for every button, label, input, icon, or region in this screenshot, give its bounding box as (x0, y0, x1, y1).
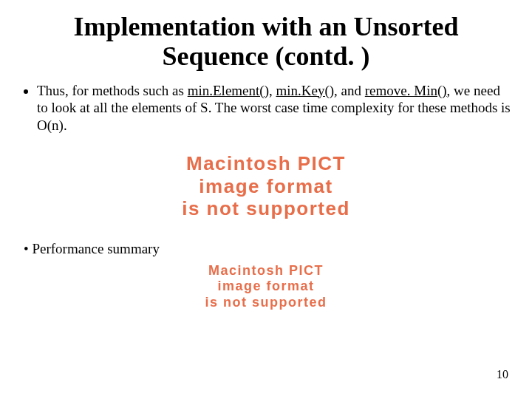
slide-title: Implementation with an Unsorted Sequence… (18, 12, 514, 72)
bullet-marker: • (24, 241, 32, 256)
bullet-list: Thus, for methods such as min.Element(),… (22, 82, 514, 134)
performance-summary-label: Performance summary (32, 241, 160, 256)
pict-placeholder-small: Macintosh PICT image format is not suppo… (18, 263, 514, 311)
bullet-text-pre: Thus, for methods such as (37, 83, 188, 98)
page-number: 10 (497, 368, 508, 381)
method-link-minelement: min.Element() (188, 83, 269, 98)
bullet-item-2: • Performance summary (24, 241, 514, 257)
method-link-removemin: remove. Min() (365, 83, 447, 98)
bullet-sep-2: , and (334, 83, 365, 98)
pict-placeholder-large: Macintosh PICT image format is not suppo… (18, 152, 514, 220)
slide-container: Implementation with an Unsorted Sequence… (0, 0, 532, 399)
bullet-item-1: Thus, for methods such as min.Element(),… (37, 82, 514, 134)
method-link-minkey: min.Key() (276, 83, 334, 98)
